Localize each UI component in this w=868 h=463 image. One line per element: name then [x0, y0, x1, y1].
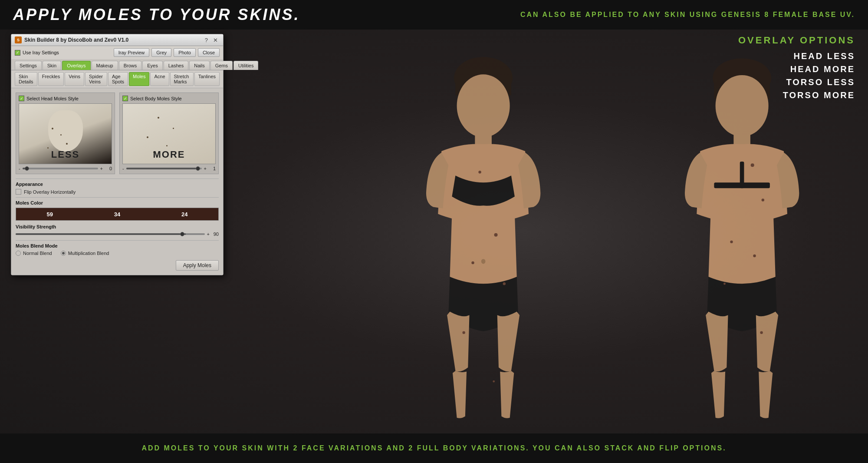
title-bar-left: S Skin Builder 8 by DiscoBob and Zev0 V1… — [15, 36, 128, 43]
svg-point-4 — [481, 259, 486, 264]
visibility-plus: + — [207, 232, 210, 237]
head-moles-slider-minus: - — [19, 166, 20, 171]
divider-1 — [16, 179, 219, 179]
svg-point-5 — [494, 233, 498, 237]
body-moles-slider[interactable] — [126, 168, 202, 169]
svg-point-21 — [723, 283, 726, 285]
face-mole-2 — [60, 134, 62, 136]
moles-color-swatch[interactable]: 59 34 24 — [16, 208, 219, 221]
body-moles-label: Select Body Moles Style — [130, 96, 182, 101]
body-front-svg — [414, 40, 553, 423]
moles-color-section: Moles Color 59 34 24 — [16, 200, 219, 221]
subtab-acne[interactable]: Acne — [150, 72, 169, 86]
flip-overlay-label: Flip Overlay Horizontally — [24, 189, 76, 195]
top-subtitle: CAN ALSO BE APPLIED TO ANY SKIN USING GE… — [520, 11, 855, 19]
svg-point-7 — [503, 282, 506, 285]
body-moles-slider-plus: + — [204, 166, 207, 171]
body-moles-slider-thumb[interactable] — [196, 166, 200, 171]
use-iray-label: Use Iray Settings — [23, 50, 59, 55]
normal-blend-radio[interactable] — [16, 251, 21, 256]
appearance-section: Appearance Flip Overlay Horizontally — [16, 182, 219, 195]
iray-preview-button[interactable]: Iray Preview — [114, 48, 150, 57]
mole-styles: ✓ Select Head Moles Style LESS - — [16, 93, 219, 174]
help-button[interactable]: ? — [203, 37, 210, 43]
blend-mode-section: Moles Blend Mode Normal Blend Multiplica… — [16, 243, 219, 256]
subtab-skin-details[interactable]: Skin Details — [15, 72, 37, 86]
divider-2 — [16, 197, 219, 198]
photo-button[interactable]: Photo — [174, 48, 196, 57]
use-iray-checkbox[interactable]: ✓ — [15, 50, 20, 56]
tab-overlays[interactable]: Overlays — [62, 61, 90, 70]
head-moles-box: ✓ Select Head Moles Style LESS - — [16, 93, 115, 174]
head-moles-slider[interactable] — [23, 168, 98, 169]
head-moles-checkbox[interactable]: ✓ — [19, 96, 24, 101]
title-bar-buttons: ? ✕ — [203, 37, 220, 43]
visibility-slider-thumb[interactable] — [180, 232, 184, 236]
close-window-button[interactable]: ✕ — [211, 37, 220, 43]
tab-makeup[interactable]: Makeup — [92, 61, 118, 70]
nav-tabs: Settings Skin Overlays Makeup Brows Eyes… — [11, 59, 223, 70]
overlay-item-torso-less: TORSO LESS — [738, 76, 855, 89]
blend-mode-label: Moles Blend Mode — [16, 243, 219, 248]
body-moles-box: ✓ Select Body Moles Style MORE - — [119, 93, 219, 174]
head-moles-label: Select Head Moles Style — [26, 96, 79, 101]
body-moles-preview[interactable]: MORE — [122, 103, 216, 164]
apply-btn-row: Apply Moles — [16, 260, 219, 271]
body-moles-preview-label: MORE — [153, 149, 185, 160]
bottom-banner: ADD MOLES TO YOUR SKIN WITH 2 FACE VARIA… — [0, 433, 868, 463]
title-bar: S Skin Builder 8 by DiscoBob and Zev0 V1… — [11, 34, 223, 46]
tab-nails[interactable]: Nails — [189, 61, 209, 70]
blend-mode-radio-row: Normal Blend Multiplication Blend — [16, 251, 219, 256]
svg-point-18 — [762, 199, 764, 202]
bottom-text: ADD MOLES TO YOUR SKIN WITH 2 FACE VARIA… — [141, 444, 726, 452]
head-moles-slider-thumb[interactable] — [25, 166, 29, 171]
subtab-moles[interactable]: Moles — [129, 72, 149, 86]
flip-overlay-row: Flip Overlay Horizontally — [16, 189, 219, 195]
svg-point-6 — [472, 261, 474, 264]
svg-rect-16 — [740, 162, 744, 188]
head-moles-preview[interactable]: LESS — [19, 103, 112, 164]
tab-lashes[interactable]: Lashes — [164, 61, 188, 70]
subtab-stretch-marks[interactable]: Stretch Marks — [170, 72, 194, 86]
tab-utilities[interactable]: Utilities — [233, 61, 258, 70]
visibility-slider-fill — [16, 233, 186, 235]
face-mole-4 — [47, 147, 49, 149]
head-moles-header: ✓ Select Head Moles Style — [19, 96, 112, 101]
grey-button[interactable]: Grey — [151, 48, 171, 57]
tab-gems[interactable]: Gems — [210, 61, 233, 70]
face-mole-1 — [52, 128, 53, 129]
overlay-options-title: OVERLAY OPTIONS — [738, 35, 855, 46]
apply-moles-button[interactable]: Apply Moles — [176, 260, 219, 271]
tab-settings[interactable]: Settings — [15, 61, 42, 70]
face-mole-3 — [66, 143, 68, 145]
body-moles-slider-fill — [126, 168, 198, 169]
svg-point-17 — [751, 163, 754, 167]
divider-3 — [16, 240, 219, 241]
sub-tabs: Skin Details Freckles Veins Spider Veins… — [11, 70, 223, 88]
subtab-spider-veins[interactable]: Spider Veins — [85, 72, 107, 86]
overlay-item-head-more: HEAD MORE — [738, 63, 855, 76]
toolbar-close-button[interactable]: Close — [198, 48, 220, 57]
visibility-value: 90 — [212, 232, 219, 237]
subtab-age-spots[interactable]: Age Spots — [108, 72, 128, 86]
multi-blend-radio[interactable] — [61, 251, 66, 256]
body-mole-3 — [147, 136, 148, 138]
appearance-label: Appearance — [16, 182, 219, 187]
svg-point-20 — [753, 255, 756, 257]
subtab-tanlines[interactable]: Tanlines — [194, 72, 220, 86]
tab-skin[interactable]: Skin — [43, 61, 61, 70]
body-moles-checkbox[interactable]: ✓ — [122, 96, 128, 101]
subtab-veins[interactable]: Veins — [65, 72, 84, 86]
svg-point-10 — [479, 171, 481, 173]
tab-eyes[interactable]: Eyes — [142, 61, 162, 70]
visibility-slider[interactable] — [16, 233, 205, 235]
subtab-freckles[interactable]: Freckles — [38, 72, 64, 86]
moles-color-g: 34 — [114, 211, 120, 218]
use-iray-setting: ✓ Use Iray Settings — [15, 50, 59, 56]
normal-blend-label: Normal Blend — [23, 251, 52, 256]
svg-point-2 — [457, 75, 510, 138]
flip-overlay-checkbox[interactable] — [16, 189, 21, 195]
tab-brows[interactable]: Brows — [119, 61, 142, 70]
top-title: APPLY MOLES TO YOUR SKINS. — [13, 6, 300, 24]
moles-color-b: 24 — [181, 211, 187, 218]
